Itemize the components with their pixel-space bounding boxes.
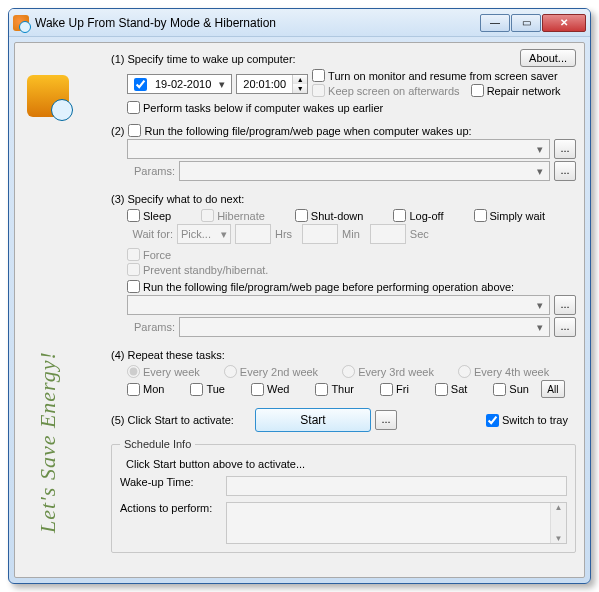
section4-heading: (4) Repeat these tasks: xyxy=(111,349,576,361)
sat-label: Sat xyxy=(451,383,468,395)
app-icon xyxy=(27,75,69,117)
schedule-legend: Schedule Info xyxy=(120,438,195,450)
mon-label: Mon xyxy=(143,383,164,395)
thur-checkbox[interactable] xyxy=(315,383,328,396)
date-enable-checkbox[interactable] xyxy=(134,78,147,91)
params-combo-2[interactable]: ▾ xyxy=(179,317,550,337)
thur-label: Thur xyxy=(331,383,354,395)
hibernate-label: Hibernate xyxy=(217,210,265,222)
wait-pick-combo[interactable]: Pick...▾ xyxy=(177,224,231,244)
shutdown-label: Shut-down xyxy=(311,210,364,222)
every-4th-radio xyxy=(458,365,471,378)
app-window: Wake Up From Stand-by Mode & Hibernation… xyxy=(8,8,591,584)
every-3rd-radio xyxy=(342,365,355,378)
switch-tray-label: Switch to tray xyxy=(502,414,568,426)
fri-checkbox[interactable] xyxy=(380,383,393,396)
window-title: Wake Up From Stand-by Mode & Hibernation xyxy=(35,16,480,30)
app-small-icon xyxy=(13,15,29,31)
monitor-checkbox[interactable] xyxy=(312,69,325,82)
run-before-combo[interactable]: ▾ xyxy=(127,295,550,315)
run-on-wake-checkbox[interactable] xyxy=(128,124,141,137)
section5-heading: (5) Click Start to activate: xyxy=(111,414,251,426)
tue-checkbox[interactable] xyxy=(190,383,203,396)
run-before-checkbox[interactable] xyxy=(127,280,140,293)
min-input[interactable] xyxy=(302,224,338,244)
browse-before-button[interactable]: ... xyxy=(554,295,576,315)
hibernate-checkbox xyxy=(201,209,214,222)
section2-num: (2) xyxy=(111,125,124,137)
start-options-button[interactable]: ... xyxy=(375,410,397,430)
close-button[interactable]: ✕ xyxy=(542,14,586,32)
sec-label: Sec xyxy=(410,228,429,240)
sleep-checkbox[interactable] xyxy=(127,209,140,222)
actions-label: Actions to perform: xyxy=(120,502,220,514)
shutdown-checkbox[interactable] xyxy=(295,209,308,222)
sun-label: Sun xyxy=(509,383,529,395)
hrs-input[interactable] xyxy=(235,224,271,244)
section1-heading: (1) Specify time to wake up computer: xyxy=(111,53,576,65)
every-2nd-label: Every 2nd week xyxy=(240,366,318,378)
slogan-text: Let's Save Energy! xyxy=(35,351,61,533)
minimize-button[interactable]: — xyxy=(480,14,510,32)
browse-file-button[interactable]: ... xyxy=(554,139,576,159)
logoff-checkbox[interactable] xyxy=(393,209,406,222)
time-spinner[interactable]: ▲▼ xyxy=(292,75,307,93)
params-browse-2[interactable]: ... xyxy=(554,317,576,337)
sat-checkbox[interactable] xyxy=(435,383,448,396)
actions-scrollbar[interactable]: ▲▼ xyxy=(550,503,566,543)
every-3rd-label: Every 3rd week xyxy=(358,366,434,378)
chevron-down-icon[interactable]: ▾ xyxy=(533,165,547,178)
simply-wait-label: Simply wait xyxy=(490,210,546,222)
date-picker[interactable]: 19-02-2010 ▾ xyxy=(127,74,232,94)
client-area: About... Let's Save Energy! (1) Specify … xyxy=(14,42,585,578)
chevron-down-icon[interactable]: ▾ xyxy=(533,321,547,334)
every-week-radio xyxy=(127,365,140,378)
fri-label: Fri xyxy=(396,383,409,395)
scroll-up-icon[interactable]: ▲ xyxy=(555,503,563,512)
chevron-down-icon[interactable]: ▾ xyxy=(533,143,547,156)
date-value: 19-02-2010 xyxy=(151,78,215,90)
monitor-label: Turn on monitor and resume from screen s… xyxy=(328,70,557,82)
repair-network-checkbox[interactable] xyxy=(471,84,484,97)
wed-checkbox[interactable] xyxy=(251,383,264,396)
chevron-down-icon[interactable]: ▾ xyxy=(533,299,547,312)
earlier-checkbox[interactable] xyxy=(127,101,140,114)
about-button[interactable]: About... xyxy=(520,49,576,67)
sun-checkbox[interactable] xyxy=(493,383,506,396)
mon-checkbox[interactable] xyxy=(127,383,140,396)
min-label: Min xyxy=(342,228,360,240)
spin-down-icon[interactable]: ▼ xyxy=(293,84,307,93)
tue-label: Tue xyxy=(206,383,225,395)
chevron-down-icon[interactable]: ▾ xyxy=(221,228,227,241)
every-4th-label: Every 4th week xyxy=(474,366,549,378)
params-label-1: Params: xyxy=(127,165,175,177)
spin-up-icon[interactable]: ▲ xyxy=(293,75,307,84)
switch-tray-checkbox[interactable] xyxy=(486,414,499,427)
prevent-label: Prevent standby/hibernat. xyxy=(143,264,268,276)
wait-for-label: Wait for: xyxy=(127,228,173,240)
titlebar[interactable]: Wake Up From Stand-by Mode & Hibernation… xyxy=(9,9,590,37)
params-combo-1[interactable]: ▾ xyxy=(179,161,550,181)
schedule-info-group: Schedule Info Click Start button above t… xyxy=(111,438,576,553)
sec-input[interactable] xyxy=(370,224,406,244)
logoff-label: Log-off xyxy=(409,210,443,222)
params-browse-1[interactable]: ... xyxy=(554,161,576,181)
sleep-label: Sleep xyxy=(143,210,171,222)
run-file-combo[interactable]: ▾ xyxy=(127,139,550,159)
wakeup-time-label: Wake-up Time: xyxy=(120,476,220,488)
maximize-button[interactable]: ▭ xyxy=(511,14,541,32)
hrs-label: Hrs xyxy=(275,228,292,240)
actions-display: ▲▼ xyxy=(226,502,567,544)
start-button[interactable]: Start xyxy=(255,408,371,432)
section3-heading: (3) Specify what to do next: xyxy=(111,193,576,205)
force-label: Force xyxy=(143,249,171,261)
section2-heading: Run the following file/program/web page … xyxy=(144,125,471,137)
all-days-button[interactable]: All xyxy=(541,380,565,398)
keep-screen-checkbox xyxy=(312,84,325,97)
scroll-down-icon[interactable]: ▼ xyxy=(555,534,563,543)
prevent-checkbox xyxy=(127,263,140,276)
date-dropdown-icon[interactable]: ▾ xyxy=(215,78,229,91)
wakeup-time-display xyxy=(226,476,567,496)
simply-wait-checkbox[interactable] xyxy=(474,209,487,222)
time-picker[interactable]: 20:01:00 ▲▼ xyxy=(236,74,308,94)
